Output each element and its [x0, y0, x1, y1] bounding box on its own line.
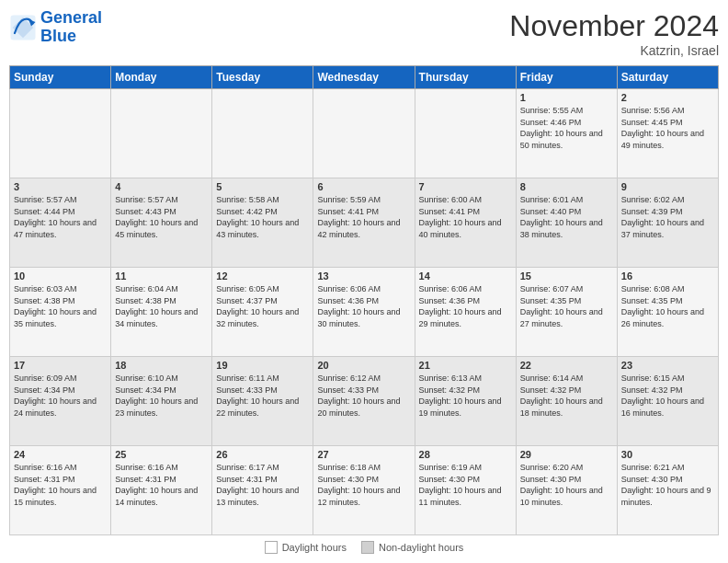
legend-box-daylight: [265, 541, 278, 554]
calendar-week-row: 10Sunrise: 6:03 AM Sunset: 4:38 PM Dayli…: [10, 268, 719, 357]
footer: Daylight hours Non-daylight hours: [9, 541, 719, 554]
calendar-cell: 24Sunrise: 6:16 AM Sunset: 4:31 PM Dayli…: [10, 446, 111, 535]
day-info: Sunrise: 6:05 AM Sunset: 4:37 PM Dayligh…: [216, 283, 309, 329]
calendar-cell: 11Sunrise: 6:04 AM Sunset: 4:38 PM Dayli…: [111, 268, 212, 357]
calendar-cell: [415, 89, 516, 178]
page: General Blue November 2024 Katzrin, Isra…: [0, 0, 728, 563]
calendar-cell: 2Sunrise: 5:56 AM Sunset: 4:45 PM Daylig…: [617, 89, 718, 178]
calendar-cell: [10, 89, 111, 178]
day-info: Sunrise: 6:07 AM Sunset: 4:35 PM Dayligh…: [520, 283, 613, 329]
day-info: Sunrise: 6:06 AM Sunset: 4:36 PM Dayligh…: [419, 283, 512, 329]
day-info: Sunrise: 6:06 AM Sunset: 4:36 PM Dayligh…: [317, 283, 410, 329]
calendar-cell: 8Sunrise: 6:01 AM Sunset: 4:40 PM Daylig…: [516, 178, 617, 268]
day-number: 24: [14, 449, 107, 460]
day-info: Sunrise: 6:03 AM Sunset: 4:38 PM Dayligh…: [14, 283, 107, 329]
day-number: 12: [216, 270, 309, 282]
calendar-cell: 26Sunrise: 6:17 AM Sunset: 4:31 PM Dayli…: [212, 446, 313, 535]
day-number: 14: [419, 270, 512, 282]
day-info: Sunrise: 6:09 AM Sunset: 4:34 PM Dayligh…: [14, 373, 107, 419]
day-number: 3: [14, 181, 107, 192]
day-info: Sunrise: 6:17 AM Sunset: 4:31 PM Dayligh…: [216, 462, 309, 508]
day-number: 15: [520, 270, 613, 282]
day-number: 6: [317, 181, 410, 192]
day-number: 8: [520, 181, 613, 192]
day-number: 10: [14, 270, 107, 282]
calendar-cell: 14Sunrise: 6:06 AM Sunset: 4:36 PM Dayli…: [415, 268, 516, 357]
logo-line1: General: [40, 8, 102, 27]
calendar-cell: [313, 89, 415, 178]
calendar-cell: 29Sunrise: 6:20 AM Sunset: 4:30 PM Dayli…: [516, 446, 617, 535]
logo-line2: Blue: [40, 27, 76, 45]
title-block: November 2024 Katzrin, Israel: [509, 9, 719, 58]
day-info: Sunrise: 6:11 AM Sunset: 4:33 PM Dayligh…: [216, 373, 309, 419]
day-number: 11: [115, 270, 208, 282]
legend-label-nondaylight: Non-daylight hours: [379, 542, 463, 553]
calendar-cell: 27Sunrise: 6:18 AM Sunset: 4:30 PM Dayli…: [313, 446, 415, 535]
day-number: 23: [621, 360, 714, 371]
calendar-cell: 13Sunrise: 6:06 AM Sunset: 4:36 PM Dayli…: [313, 268, 415, 357]
calendar-cell: 10Sunrise: 6:03 AM Sunset: 4:38 PM Dayli…: [10, 268, 111, 357]
legend-box-nondaylight: [361, 541, 374, 554]
day-info: Sunrise: 6:21 AM Sunset: 4:30 PM Dayligh…: [621, 462, 714, 508]
day-info: Sunrise: 6:12 AM Sunset: 4:33 PM Dayligh…: [317, 373, 410, 419]
calendar-week-row: 24Sunrise: 6:16 AM Sunset: 4:31 PM Dayli…: [10, 446, 719, 535]
calendar-cell: [111, 89, 212, 178]
day-of-week-header: Thursday: [415, 66, 516, 89]
month-title: November 2024: [509, 9, 719, 43]
day-info: Sunrise: 6:08 AM Sunset: 4:35 PM Dayligh…: [621, 283, 714, 329]
calendar-cell: 16Sunrise: 6:08 AM Sunset: 4:35 PM Dayli…: [617, 268, 718, 357]
calendar-cell: 25Sunrise: 6:16 AM Sunset: 4:31 PM Dayli…: [111, 446, 212, 535]
calendar-cell: 17Sunrise: 6:09 AM Sunset: 4:34 PM Dayli…: [10, 357, 111, 446]
day-number: 2: [621, 92, 714, 103]
calendar-cell: 20Sunrise: 6:12 AM Sunset: 4:33 PM Dayli…: [313, 357, 415, 446]
calendar-cell: 7Sunrise: 6:00 AM Sunset: 4:41 PM Daylig…: [415, 178, 516, 268]
calendar-cell: 21Sunrise: 6:13 AM Sunset: 4:32 PM Dayli…: [415, 357, 516, 446]
day-number: 25: [115, 449, 208, 460]
calendar-cell: 15Sunrise: 6:07 AM Sunset: 4:35 PM Dayli…: [516, 268, 617, 357]
day-number: 5: [216, 181, 309, 192]
calendar-cell: 12Sunrise: 6:05 AM Sunset: 4:37 PM Dayli…: [212, 268, 313, 357]
calendar-cell: 9Sunrise: 6:02 AM Sunset: 4:39 PM Daylig…: [617, 178, 718, 268]
day-info: Sunrise: 5:57 AM Sunset: 4:43 PM Dayligh…: [115, 194, 208, 240]
calendar-week-row: 3Sunrise: 5:57 AM Sunset: 4:44 PM Daylig…: [10, 178, 719, 268]
day-of-week-header: Tuesday: [212, 66, 313, 89]
day-info: Sunrise: 6:20 AM Sunset: 4:30 PM Dayligh…: [520, 462, 613, 508]
day-info: Sunrise: 6:14 AM Sunset: 4:32 PM Dayligh…: [520, 373, 613, 419]
calendar-cell: 28Sunrise: 6:19 AM Sunset: 4:30 PM Dayli…: [415, 446, 516, 535]
logo-text: General Blue: [40, 9, 102, 46]
calendar-cell: 30Sunrise: 6:21 AM Sunset: 4:30 PM Dayli…: [617, 446, 718, 535]
day-info: Sunrise: 5:57 AM Sunset: 4:44 PM Dayligh…: [14, 194, 107, 240]
day-number: 26: [216, 449, 309, 460]
day-number: 19: [216, 360, 309, 371]
day-number: 1: [520, 92, 613, 103]
calendar-cell: 19Sunrise: 6:11 AM Sunset: 4:33 PM Dayli…: [212, 357, 313, 446]
legend-item-daylight: Daylight hours: [265, 541, 347, 554]
day-number: 16: [621, 270, 714, 282]
legend-label-daylight: Daylight hours: [282, 542, 347, 553]
day-of-week-header: Wednesday: [313, 66, 415, 89]
day-number: 13: [317, 270, 410, 282]
day-number: 28: [419, 449, 512, 460]
day-number: 9: [621, 181, 714, 192]
calendar-cell: 6Sunrise: 5:59 AM Sunset: 4:41 PM Daylig…: [313, 178, 415, 268]
calendar-cell: [212, 89, 313, 178]
day-number: 29: [520, 449, 613, 460]
day-info: Sunrise: 6:02 AM Sunset: 4:39 PM Dayligh…: [621, 194, 714, 240]
day-info: Sunrise: 6:01 AM Sunset: 4:40 PM Dayligh…: [520, 194, 613, 240]
day-info: Sunrise: 5:58 AM Sunset: 4:42 PM Dayligh…: [216, 194, 309, 240]
day-info: Sunrise: 6:18 AM Sunset: 4:30 PM Dayligh…: [317, 462, 410, 508]
day-number: 4: [115, 181, 208, 192]
day-number: 30: [621, 449, 714, 460]
logo-icon: [9, 14, 37, 41]
day-of-week-header: Saturday: [617, 66, 718, 89]
calendar-cell: 3Sunrise: 5:57 AM Sunset: 4:44 PM Daylig…: [10, 178, 111, 268]
day-number: 17: [14, 360, 107, 371]
calendar-week-row: 17Sunrise: 6:09 AM Sunset: 4:34 PM Dayli…: [10, 357, 719, 446]
location: Katzrin, Israel: [509, 43, 719, 58]
day-of-week-header: Sunday: [10, 66, 111, 89]
day-number: 18: [115, 360, 208, 371]
header-row: SundayMondayTuesdayWednesdayThursdayFrid…: [10, 66, 719, 89]
calendar-week-row: 1Sunrise: 5:55 AM Sunset: 4:46 PM Daylig…: [10, 89, 719, 178]
day-info: Sunrise: 6:00 AM Sunset: 4:41 PM Dayligh…: [419, 194, 512, 240]
calendar-cell: 5Sunrise: 5:58 AM Sunset: 4:42 PM Daylig…: [212, 178, 313, 268]
